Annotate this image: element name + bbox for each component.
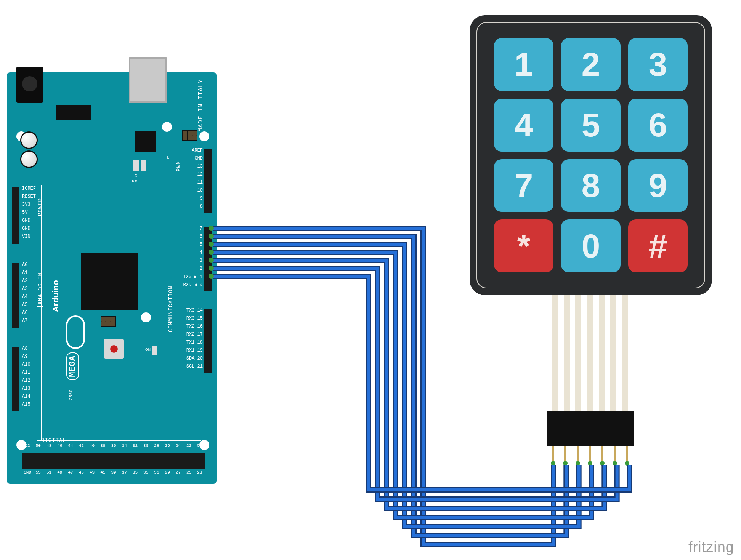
l-led-label: L: [167, 155, 170, 160]
keypad-pin-5: [601, 446, 603, 465]
keypad-key-4[interactable]: 4: [494, 99, 553, 152]
dc-power-jack: [16, 67, 43, 103]
tx-led-label: TX: [132, 173, 138, 178]
pin-label: GND: [22, 470, 33, 475]
keypad-pin-1: [552, 446, 554, 465]
pin-label: 50: [33, 443, 43, 448]
pin-label: 25: [184, 470, 194, 475]
keypad-ribbon-cable: [552, 295, 628, 413]
pin-label: RX2 17: [173, 332, 203, 337]
pin-label: 42: [76, 443, 87, 448]
mount-hole: [141, 312, 151, 322]
ribbon-strand: [599, 295, 605, 413]
pin-label: GND: [22, 218, 43, 223]
keypad-connector-pins: [552, 446, 628, 465]
pin-label: A2: [22, 278, 43, 283]
digital-header-top: [204, 149, 212, 213]
pin-label: 28: [151, 443, 162, 448]
pin-label: 40: [87, 443, 97, 448]
keypad-key-3[interactable]: 3: [628, 38, 688, 91]
pin-label: A15: [22, 402, 43, 407]
keypad-key-7[interactable]: 7: [494, 159, 553, 212]
pin-label: TX3 14: [173, 308, 203, 313]
pin-label: A12: [22, 378, 43, 383]
pin-label: A13: [22, 386, 43, 391]
ribbon-strand: [587, 295, 593, 413]
pin-label: 31: [151, 470, 162, 475]
pin-label: SDA 20: [173, 356, 203, 361]
pin-label: 34: [119, 443, 130, 448]
pin-label: 5V: [194, 443, 205, 448]
pin-label: 44: [65, 443, 76, 448]
keypad-key-*[interactable]: *: [494, 219, 553, 272]
keypad-key-grid: 123456789*0#: [476, 22, 705, 288]
pin-label: A6: [22, 310, 43, 315]
power-header: [12, 187, 19, 244]
model-label: MEGA: [66, 352, 79, 380]
keypad-key-8[interactable]: 8: [561, 159, 621, 212]
keypad-key-2[interactable]: 2: [561, 38, 621, 91]
pin-label: 43: [87, 470, 97, 475]
pin-label: 39: [108, 470, 119, 475]
pin-label: 4: [180, 250, 202, 255]
arduino-logo-icon: [66, 315, 85, 349]
comm-header: [204, 309, 212, 373]
pin-label: 9: [182, 196, 203, 201]
pin-label: A0: [22, 262, 43, 267]
pin-label: 30: [141, 443, 151, 448]
pin-label: A11: [22, 370, 43, 375]
pin-label: RX3 15: [173, 316, 203, 321]
pin-label: 37: [119, 470, 130, 475]
pin-label: RXD ◀ 0: [180, 282, 202, 288]
digital-bottom-header: [22, 453, 205, 469]
icsp-header: [101, 316, 116, 327]
pin-label: 45: [76, 470, 87, 475]
pin-label: GND: [22, 226, 43, 231]
matrix-keypad-4x3: 123456789*0#: [470, 15, 712, 295]
pin-label: 47: [65, 470, 76, 475]
capacitor: [20, 150, 38, 168]
fritzing-credit: fritzing: [688, 539, 734, 555]
pin-label: A7: [22, 318, 43, 323]
mount-hole: [162, 122, 172, 132]
keypad-key-0[interactable]: 0: [561, 219, 621, 272]
icsp-header-2: [182, 130, 197, 141]
pin-label: VIN: [22, 234, 43, 239]
pwm-section-label: PWM: [176, 161, 182, 171]
keypad-key-#[interactable]: #: [628, 219, 688, 272]
pin-label: IOREF: [22, 186, 43, 191]
pin-label: 11: [182, 180, 203, 185]
pin-label: 6: [180, 234, 202, 239]
pin-label: 7: [180, 226, 202, 231]
wiring-diagram: Arduino MEGA 2560 MADE IN ITALY POWER AN…: [0, 0, 741, 560]
keypad-key-9[interactable]: 9: [628, 159, 688, 212]
pin-label: RX1 19: [173, 348, 203, 353]
pin-label: 49: [55, 470, 65, 475]
pin-label: A3: [22, 286, 43, 291]
reset-button[interactable]: [104, 339, 124, 359]
mount-hole: [199, 131, 209, 141]
pin-label: 51: [43, 470, 54, 475]
pin-label: 38: [98, 443, 108, 448]
pin-label: 10: [182, 188, 203, 193]
keypad-pin-2: [564, 446, 566, 465]
pin-label: 23: [194, 470, 205, 475]
keypad-key-1[interactable]: 1: [494, 38, 553, 91]
wire-pin3-kp5: [213, 260, 604, 508]
usb-jack: [129, 57, 167, 103]
keypad-connector: [547, 411, 634, 446]
pin-label: 35: [130, 470, 140, 475]
ribbon-strand: [610, 295, 616, 413]
pin-label: A14: [22, 394, 43, 399]
ribbon-strand: [564, 295, 570, 413]
pin-label: RESET: [22, 194, 43, 199]
pin-label: 48: [43, 443, 54, 448]
keypad-key-5[interactable]: 5: [561, 99, 621, 152]
arduino-logo-text: Arduino: [51, 280, 61, 312]
keypad-key-6[interactable]: 6: [628, 99, 688, 152]
pin-label: 5V: [22, 210, 43, 215]
on-led-label: ON: [145, 347, 151, 352]
keypad-pin-4: [589, 446, 591, 465]
pin-label: 24: [173, 443, 183, 448]
pin-label: 27: [173, 470, 183, 475]
